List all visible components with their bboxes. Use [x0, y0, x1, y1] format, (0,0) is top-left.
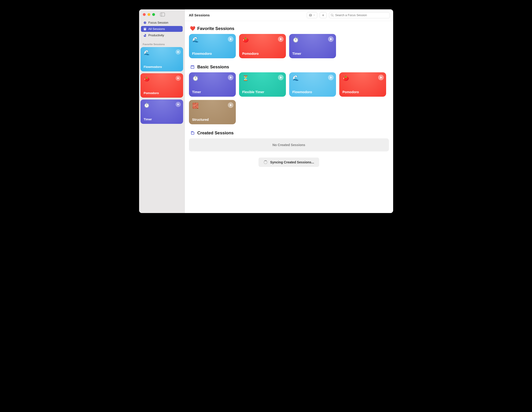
window-minimize-button[interactable] — [148, 13, 150, 16]
session-card-label: Structured — [192, 118, 233, 122]
sidebar-item-focus-session[interactable]: Focus Session — [141, 20, 183, 26]
stack-outline-icon — [190, 130, 195, 136]
sidebar-item-label: All Sessions — [148, 27, 165, 31]
session-card-label: Pomodoro — [342, 90, 383, 94]
sidebar-favorites-header: Favorite Sessions — [139, 39, 184, 47]
more-options-button[interactable] — [307, 12, 317, 18]
svg-rect-4 — [191, 66, 194, 69]
tomato-icon: 🍅 — [144, 76, 180, 82]
wave-icon: 🌊 — [293, 75, 333, 81]
sidebar-item-label: Focus Session — [148, 21, 168, 24]
ellipsis-circle-icon — [309, 14, 312, 17]
pie-chart-icon — [143, 34, 147, 37]
session-card-label: Timer — [192, 90, 233, 94]
app-window: Focus Session All Sessions Productivity … — [139, 9, 393, 213]
stopwatch-icon: ⏱️ — [293, 37, 333, 43]
play-icon[interactable] — [176, 102, 181, 107]
svg-rect-5 — [191, 132, 194, 134]
sidebar-favorites-list: 🌊 Flowmodoro 🍅 Pomodoro ⏱️ Timer — [139, 47, 184, 124]
spinner-icon — [264, 160, 267, 164]
tomato-icon: 🍅 — [342, 75, 383, 81]
window-zoom-button[interactable] — [152, 13, 155, 16]
sidebar-item-all-sessions[interactable]: All Sessions — [141, 26, 183, 32]
archive-outline-icon — [190, 64, 195, 70]
session-card-timer[interactable]: ⏱️ Timer — [289, 34, 336, 58]
play-icon[interactable] — [378, 75, 384, 80]
section-header-created: Created Sessions — [190, 130, 389, 136]
sidebar-favorite-card-flowmodoro[interactable]: 🌊 Flowmodoro — [141, 47, 183, 71]
favorite-card-label: Pomodoro — [144, 91, 180, 95]
tomato-icon: 🍅 — [242, 37, 283, 43]
brick-icon: 🧱 — [192, 103, 233, 109]
sidebar-item-label: Productivity — [148, 33, 164, 37]
play-icon[interactable] — [228, 102, 233, 108]
play-icon[interactable] — [328, 75, 334, 80]
session-card-flowmodoro[interactable]: 🌊 Flowmodoro — [189, 34, 236, 58]
syncing-status: Syncing Created Sessions... — [258, 158, 319, 167]
main-pane: All Sessions ❤️ Favorite Sessions — [185, 9, 393, 213]
add-session-button[interactable] — [320, 12, 327, 18]
section-title: Created Sessions — [197, 130, 234, 136]
section-header-favorite: ❤️ Favorite Sessions — [190, 26, 389, 31]
gauge-icon — [143, 21, 147, 24]
sidebar-favorite-card-timer[interactable]: ⏱️ Timer — [141, 100, 183, 124]
search-input[interactable] — [329, 12, 390, 18]
hourglass-icon: ⏳ — [242, 75, 283, 81]
sidebar-toggle-icon[interactable] — [160, 13, 165, 16]
session-card-structured[interactable]: 🧱 Structured — [189, 100, 236, 124]
search-field-container — [329, 12, 390, 18]
play-icon[interactable] — [228, 36, 233, 42]
session-card-flowmodoro[interactable]: 🌊 Flowmodoro — [289, 72, 336, 97]
plus-icon — [322, 14, 325, 17]
favorite-cards-grid: 🌊 Flowmodoro 🍅 Pomodoro ⏱️ Timer — [189, 34, 389, 58]
window-close-button[interactable] — [143, 13, 146, 16]
section-title: Basic Sessions — [197, 64, 229, 70]
sidebar-item-productivity[interactable]: Productivity — [141, 32, 183, 38]
content-scroll[interactable]: ❤️ Favorite Sessions 🌊 Flowmodoro 🍅 Pomo… — [185, 21, 393, 213]
sidebar-nav: Focus Session All Sessions Productivity — [139, 20, 184, 39]
session-card-label: Flowmodoro — [293, 90, 333, 94]
syncing-label: Syncing Created Sessions... — [270, 160, 314, 164]
session-card-pomodoro[interactable]: 🍅 Pomodoro — [339, 72, 386, 97]
search-icon — [331, 14, 334, 17]
play-icon[interactable] — [278, 36, 284, 42]
chevron-down-icon — [313, 14, 315, 16]
session-card-pomodoro[interactable]: 🍅 Pomodoro — [239, 34, 286, 58]
created-sessions-empty-state: No Created Sessions — [189, 138, 389, 151]
wave-icon: 🌊 — [144, 50, 180, 56]
archive-icon — [143, 27, 147, 31]
page-title: All Sessions — [189, 13, 210, 17]
play-icon[interactable] — [176, 49, 181, 55]
session-card-label: Timer — [293, 52, 333, 56]
toolbar: All Sessions — [185, 9, 393, 21]
favorite-card-label: Flowmodoro — [144, 65, 180, 69]
section-header-basic: Basic Sessions — [190, 64, 389, 70]
play-icon[interactable] — [328, 36, 334, 42]
traffic-lights — [143, 13, 155, 16]
session-card-timer[interactable]: ⏱️ Timer — [189, 72, 236, 97]
play-icon[interactable] — [176, 76, 181, 81]
heart-icon: ❤️ — [190, 26, 195, 31]
wave-icon: 🌊 — [192, 37, 233, 43]
session-card-flexible-timer[interactable]: ⏳ Flexible Timer — [239, 72, 286, 97]
stopwatch-icon: ⏱️ — [144, 102, 180, 108]
play-icon[interactable] — [228, 75, 233, 80]
favorite-card-label: Timer — [144, 118, 180, 121]
session-card-label: Flexible Timer — [242, 90, 283, 94]
sidebar-favorite-card-pomodoro[interactable]: 🍅 Pomodoro — [141, 73, 183, 98]
basic-cards-grid: ⏱️ Timer ⏳ Flexible Timer 🌊 Flowmodoro 🍅 — [189, 72, 389, 124]
session-card-label: Pomodoro — [242, 52, 283, 56]
section-title: Favorite Sessions — [197, 26, 234, 31]
stopwatch-icon: ⏱️ — [192, 75, 233, 81]
session-card-label: Flowmodoro — [192, 52, 233, 56]
play-icon[interactable] — [278, 75, 284, 80]
sidebar: Focus Session All Sessions Productivity … — [139, 9, 185, 213]
titlebar — [139, 12, 184, 20]
